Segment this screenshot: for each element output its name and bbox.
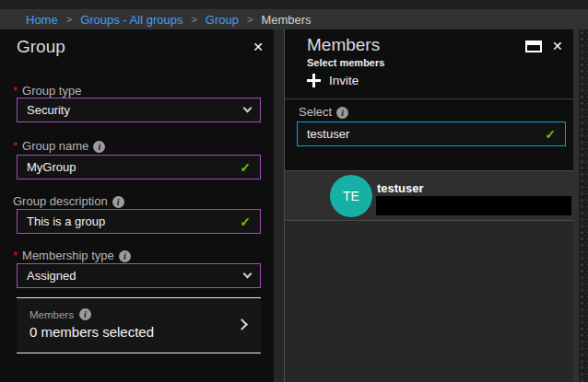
- divider: [285, 98, 574, 99]
- info-icon: i: [119, 250, 131, 262]
- info-icon: i: [112, 196, 124, 208]
- valid-check-icon: ✓: [240, 161, 251, 174]
- breadcrumb-current: Members: [261, 13, 311, 27]
- user-avatar: TE: [330, 175, 372, 217]
- members-tile-label: Members: [29, 309, 74, 320]
- members-tile-value: 0 members selected: [29, 324, 248, 340]
- chevron-down-icon: [243, 270, 253, 279]
- invite-button[interactable]: Invite: [307, 74, 359, 87]
- breadcrumb-group[interactable]: Group: [206, 13, 239, 27]
- group-description-label: Group description i: [13, 195, 124, 208]
- dashboard-dotted-background: [579, 29, 588, 382]
- group-name-input[interactable]: [27, 160, 240, 174]
- group-description-field: ✓: [17, 209, 261, 234]
- info-icon: i: [93, 141, 105, 153]
- members-blade-subtitle: Select members: [307, 57, 384, 68]
- group-blade: Group ✕ * Group type Security * Group na…: [0, 29, 274, 382]
- field-label: Group description: [13, 195, 108, 208]
- group-type-dropdown[interactable]: Security: [17, 98, 261, 122]
- azure-portal-screen: Home > Groups - All groups > Group > Mem…: [0, 0, 588, 382]
- user-email-redacted-bar: [376, 196, 571, 215]
- top-bar: [0, 0, 588, 9]
- user-name: testuser: [377, 181, 424, 195]
- dropdown-value: Security: [27, 103, 244, 117]
- group-type-label: * Group type: [13, 85, 81, 98]
- select-label: Select i: [299, 106, 348, 119]
- group-blade-title: Group: [17, 37, 65, 57]
- info-icon: i: [336, 107, 348, 119]
- user-result-row[interactable]: TE testuser: [285, 170, 574, 221]
- member-search-field: ✓: [297, 122, 566, 146]
- breadcrumb-separator: >: [66, 14, 72, 25]
- valid-check-icon: ✓: [240, 215, 251, 228]
- members-tile-label-row: Members i: [29, 308, 248, 320]
- breadcrumb: Home > Groups - All groups > Group > Mem…: [0, 9, 588, 29]
- required-asterisk: *: [13, 140, 18, 153]
- plus-icon: [307, 74, 321, 87]
- info-icon: i: [79, 308, 91, 320]
- breadcrumb-separator: >: [247, 14, 253, 25]
- members-selector-tile[interactable]: Members i 0 members selected: [17, 297, 261, 353]
- breadcrumb-home[interactable]: Home: [26, 13, 58, 27]
- avatar-initials: TE: [343, 189, 359, 203]
- maximize-icon[interactable]: [525, 41, 542, 52]
- group-description-input[interactable]: [27, 214, 240, 228]
- group-name-label: * Group name i: [13, 140, 105, 153]
- breadcrumb-separator: >: [191, 14, 196, 25]
- chevron-down-icon: [243, 104, 253, 113]
- field-label: Group name: [22, 140, 88, 153]
- breadcrumb-groups-all-groups[interactable]: Groups - All groups: [80, 13, 182, 27]
- valid-check-icon: ✓: [545, 128, 556, 141]
- group-name-field: ✓: [17, 155, 261, 179]
- membership-type-dropdown[interactable]: Assigned: [17, 263, 261, 288]
- required-asterisk: *: [13, 85, 18, 98]
- members-blade-title: Members: [307, 35, 380, 55]
- close-icon[interactable]: ✕: [253, 41, 264, 53]
- close-icon[interactable]: ✕: [552, 40, 563, 52]
- field-label: Membership type: [22, 249, 114, 262]
- field-label: Select: [299, 106, 332, 119]
- field-label: Group type: [22, 85, 81, 98]
- required-asterisk: *: [13, 249, 18, 262]
- membership-type-label: * Membership type i: [13, 249, 131, 262]
- invite-button-label: Invite: [329, 74, 359, 87]
- member-search-input[interactable]: [307, 127, 545, 141]
- members-blade: Members Select members ✕ Invite Select i…: [284, 29, 573, 382]
- dropdown-value: Assigned: [27, 269, 244, 283]
